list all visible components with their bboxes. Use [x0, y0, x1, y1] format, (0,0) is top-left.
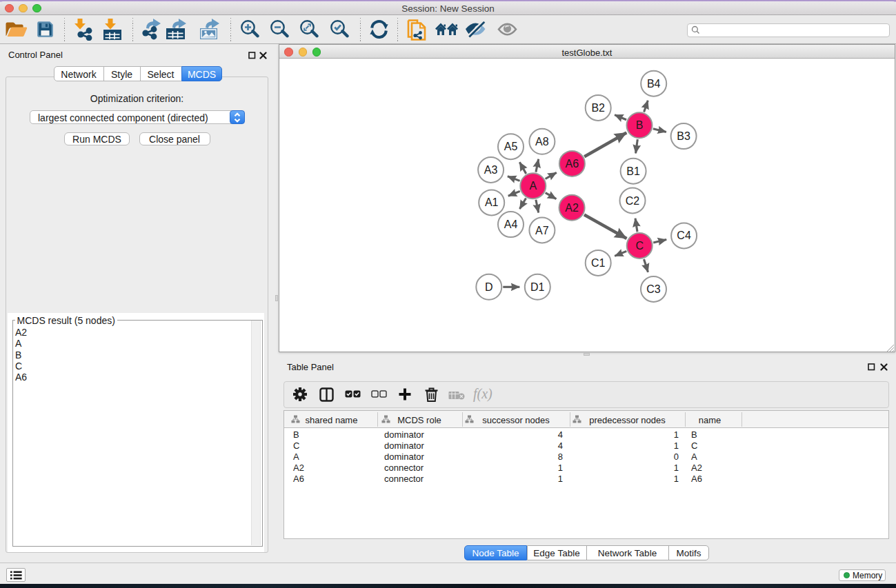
svg-text:A: A — [529, 180, 537, 192]
svg-text:C2: C2 — [626, 195, 640, 207]
svg-text:D1: D1 — [530, 281, 545, 293]
svg-text:B: B — [636, 119, 644, 131]
svg-text:A5: A5 — [504, 141, 518, 152]
svg-text:C4: C4 — [677, 230, 691, 241]
svg-text:A6: A6 — [566, 158, 579, 170]
svg-text:C3: C3 — [646, 283, 661, 295]
svg-text:A7: A7 — [535, 225, 549, 236]
svg-text:A2: A2 — [565, 202, 579, 214]
svg-text:B2: B2 — [591, 102, 605, 114]
svg-text:B4: B4 — [647, 78, 661, 90]
svg-text:D: D — [485, 281, 493, 293]
svg-text:B3: B3 — [677, 130, 690, 142]
svg-text:A3: A3 — [484, 164, 498, 176]
svg-text:C: C — [635, 240, 644, 252]
svg-text:A8: A8 — [535, 136, 549, 148]
svg-text:A4: A4 — [504, 219, 518, 230]
svg-text:B1: B1 — [626, 165, 640, 177]
svg-text:C1: C1 — [591, 257, 606, 269]
svg-text:A1: A1 — [485, 196, 499, 208]
